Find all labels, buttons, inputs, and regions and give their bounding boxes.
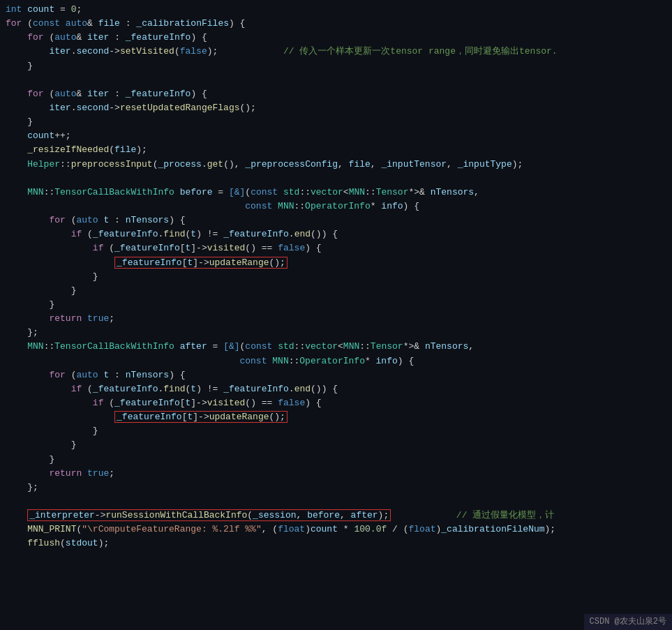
code-line-21: } (0, 284, 672, 298)
code-line-29: if (_featureInfo[t]->visited() == false)… (0, 396, 672, 410)
code-line-27: for (auto t : nTensors) { (0, 368, 672, 382)
highlight-box-3: _interpreter->runSessionWithCallBackInfo… (27, 509, 391, 521)
code-line-22: } (0, 298, 672, 312)
code-line-19: _featureInfo[t]->updateRange(); (0, 256, 672, 270)
code-line-6 (0, 73, 672, 87)
code-line-26: const MNN::OperatorInfo* info) { (0, 354, 672, 368)
code-line-11: _resizeIfNeeded(file); (0, 143, 672, 157)
code-line-38: MNN_PRINT("\rComputeFeatureRange: %.2lf … (0, 523, 672, 537)
code-line-4: iter.second->setVisited(false); // 传入一个样… (0, 45, 672, 59)
code-line-17: if (_featureInfo.find(t) != _featureInfo… (0, 227, 672, 241)
code-line-33: } (0, 453, 672, 467)
code-line-25: MNN::TensorCallBackWithInfo after = [&](… (0, 340, 672, 354)
code-line-34: return true; (0, 467, 672, 481)
code-line-15: const MNN::OperatorInfo* info) { (0, 200, 672, 213)
code-line-13 (0, 172, 672, 186)
code-line-28: if (_featureInfo.find(t) != _featureInfo… (0, 382, 672, 396)
code-line-39: fflush(stdout); (0, 537, 672, 550)
code-line-24: }; (0, 326, 672, 340)
code-line-31: } (0, 424, 672, 438)
code-container: int count = 0; for (const auto& file : _… (0, 0, 672, 630)
code-line-16: for (auto t : nTensors) { (0, 213, 672, 227)
code-line-30: _featureInfo[t]->updateRange(); (0, 410, 672, 424)
highlight-box-1: _featureInfo[t]->updateRange(); (114, 257, 288, 269)
code-line-3: for (auto& iter : _featureInfo) { (0, 31, 672, 45)
code-line-12: Helper::preprocessInput(_process.get(), … (0, 158, 672, 172)
code-line-20: } (0, 270, 672, 284)
code-line-36 (0, 495, 672, 509)
code-line-32: } (0, 438, 672, 452)
code-line-5: } (0, 59, 672, 73)
code-line-10: count++; (0, 129, 672, 143)
code-line-9: } (0, 115, 672, 129)
code-line-14: MNN::TensorCallBackWithInfo before = [&]… (0, 186, 672, 200)
code-line-18: if (_featureInfo[t]->visited() == false)… (0, 241, 672, 255)
code-line-2: for (const auto& file : _calibrationFile… (0, 17, 672, 31)
code-line-23: return true; (0, 312, 672, 326)
code-line-8: iter.second->resetUpdatedRangeFlags(); (0, 101, 672, 115)
watermark: CSDN @农夫山泉2号 (584, 614, 672, 630)
code-line-1: int count = 0; (0, 3, 672, 17)
highlight-box-2: _featureInfo[t]->updateRange(); (114, 411, 288, 423)
code-line-7: for (auto& iter : _featureInfo) { (0, 87, 672, 101)
code-line-37: _interpreter->runSessionWithCallBackInfo… (0, 509, 672, 523)
code-line-35: }; (0, 481, 672, 495)
